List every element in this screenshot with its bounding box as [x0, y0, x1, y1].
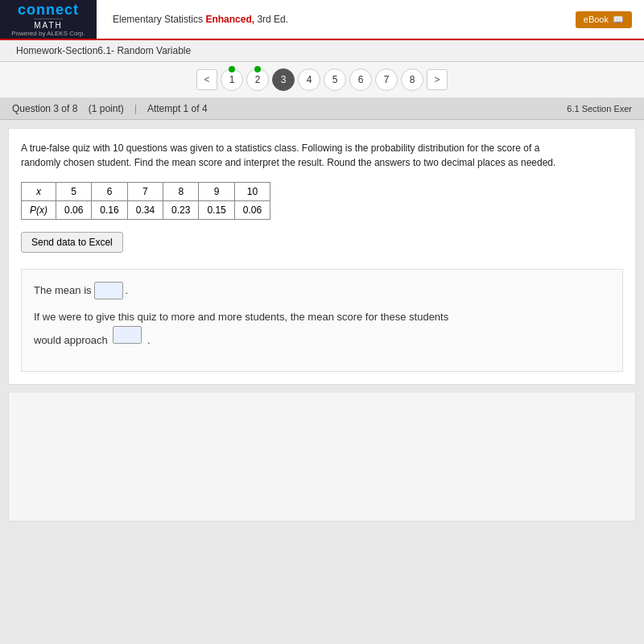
- sub-header: Homework-Section6.1- Random Variable: [0, 40, 644, 62]
- probability-table: x 5 6 7 8 9 10 P(x) 0.06 0.16 0.34 0.23 …: [21, 182, 270, 220]
- approach-input[interactable]: [113, 326, 142, 344]
- approach-line2: would approach: [34, 334, 108, 346]
- nav-page-1[interactable]: 1: [221, 68, 243, 91]
- prev-button[interactable]: <: [196, 69, 217, 90]
- mean-label-prefix: The mean is: [34, 283, 92, 299]
- question-number: Question 3 of 8: [12, 103, 77, 114]
- approach-line1: If we were to give this quiz to more and…: [34, 311, 448, 323]
- logo-area: connect MATH Powered by ALEKS Corp.: [0, 0, 97, 39]
- mean-input[interactable]: [94, 282, 123, 299]
- header-right: eBook 📖: [576, 0, 644, 39]
- approach-text-block: If we were to give this quiz to more and…: [34, 309, 448, 349]
- table-header-x: x: [22, 183, 56, 201]
- mean-line: The mean is .: [34, 282, 610, 299]
- approach-line: If we were to give this quiz to more and…: [34, 309, 610, 349]
- nav-page-8[interactable]: 8: [401, 68, 423, 91]
- problem-line-1: A true-false quiz with 10 questions was …: [21, 141, 623, 155]
- mean-label-suffix: .: [126, 283, 129, 299]
- question-meta: Question 3 of 8 (1 point) | Attempt 1 of…: [12, 103, 216, 114]
- problem-line-2: randomly chosen student. Find the mean s…: [21, 155, 623, 170]
- table-px-9: 0.15: [199, 201, 234, 220]
- nav-page-2[interactable]: 2: [246, 68, 269, 91]
- table-px-7: 0.34: [127, 201, 163, 220]
- table-header-7: 7: [127, 183, 163, 201]
- table-header-6: 6: [92, 183, 127, 201]
- table-data-row: P(x) 0.06 0.16 0.34 0.23 0.15 0.06: [22, 201, 270, 220]
- connect-logo: connect: [18, 2, 79, 19]
- nav-page-4[interactable]: 4: [298, 68, 320, 91]
- table-px-6: 0.16: [92, 201, 127, 220]
- powered-by-label: Powered by ALEKS Corp.: [11, 30, 85, 37]
- answer-area: The mean is . If we were to give this qu…: [21, 269, 623, 372]
- ebook-button[interactable]: eBook 📖: [576, 11, 632, 28]
- header-center: Elementary Statistics Enhanced, 3rd Ed.: [97, 0, 576, 39]
- nav-page-3[interactable]: 3: [272, 68, 295, 91]
- table-px-8: 0.23: [163, 201, 199, 220]
- table-header-9: 9: [199, 183, 234, 201]
- nav-page-5[interactable]: 5: [324, 68, 346, 91]
- table-header-5: 5: [56, 183, 92, 201]
- nav-bar: < 1 2 3 4 5 6 7 8 >: [0, 62, 644, 98]
- question-header: Question 3 of 8 (1 point) | Attempt 1 of…: [0, 98, 644, 120]
- bottom-section: [8, 393, 636, 522]
- homework-title: Homework-Section6.1- Random Variable: [16, 45, 191, 56]
- table-px-10: 0.06: [234, 201, 270, 220]
- question-points: (1 point): [89, 103, 124, 114]
- attempt-label: Attempt 1 of 4: [147, 103, 208, 114]
- problem-text: A true-false quiz with 10 questions was …: [21, 141, 623, 170]
- next-button[interactable]: >: [427, 69, 448, 90]
- nav-page-6[interactable]: 6: [349, 68, 372, 91]
- main-content: A true-false quiz with 10 questions was …: [8, 128, 636, 385]
- math-label: MATH: [34, 19, 63, 30]
- approach-suffix: .: [147, 334, 151, 346]
- table-px-label: P(x): [22, 201, 56, 220]
- send-data-button[interactable]: Send data to Excel: [21, 232, 123, 253]
- book-title: Elementary Statistics Enhanced, 3rd Ed.: [113, 14, 288, 25]
- section-reference: 6.1 Section Exer: [567, 104, 632, 114]
- table-header-row: x 5 6 7 8 9 10: [22, 183, 270, 201]
- table-header-10: 10: [234, 183, 270, 201]
- book-icon: 📖: [613, 14, 624, 25]
- table-header-8: 8: [163, 183, 199, 201]
- nav-page-7[interactable]: 7: [375, 68, 398, 91]
- table-px-5: 0.06: [56, 201, 92, 220]
- top-header: connect MATH Powered by ALEKS Corp. Elem…: [0, 0, 644, 40]
